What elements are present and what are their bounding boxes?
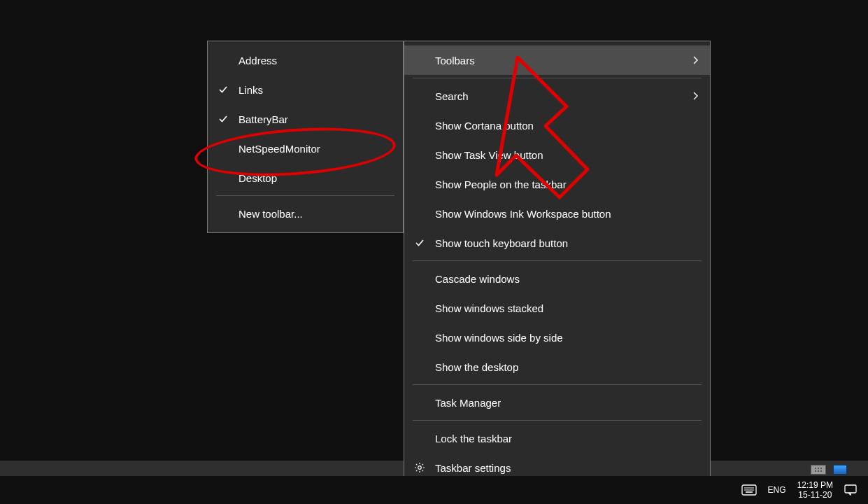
submenu-label: Desktop bbox=[239, 172, 277, 184]
menu-label: Show windows stacked bbox=[435, 302, 543, 314]
menu-item-stacked[interactable]: Show windows stacked bbox=[404, 293, 710, 323]
check-icon bbox=[218, 113, 229, 125]
svg-point-1 bbox=[815, 468, 816, 469]
menu-item-sidebyside[interactable]: Show windows side by side bbox=[404, 323, 710, 352]
submenu-label: BatteryBar bbox=[239, 113, 288, 125]
action-center-icon[interactable] bbox=[839, 476, 862, 504]
menu-item-search[interactable]: Search bbox=[404, 81, 710, 111]
svg-rect-11 bbox=[845, 485, 856, 493]
taskbar-context-menu: Toolbars Search Show Cortana button Show… bbox=[404, 41, 711, 487]
menu-item-task-manager[interactable]: Task Manager bbox=[404, 388, 710, 417]
menu-label: Toolbars bbox=[435, 55, 475, 66]
menu-separator bbox=[413, 260, 702, 261]
toolbar-grip-icon[interactable] bbox=[811, 465, 826, 475]
menu-item-lock-taskbar[interactable]: Lock the taskbar bbox=[404, 424, 710, 453]
menu-label: Cascade windows bbox=[435, 273, 520, 285]
menu-label: Show Task View button bbox=[435, 149, 543, 161]
menu-separator bbox=[413, 420, 702, 421]
menu-label: Lock the taskbar bbox=[435, 433, 512, 444]
submenu-item-address[interactable]: Address bbox=[208, 46, 403, 75]
submenu-item-batterybar[interactable]: BatteryBar bbox=[208, 104, 403, 134]
menu-separator bbox=[413, 384, 702, 385]
menu-separator bbox=[216, 195, 394, 196]
menu-item-toolbars[interactable]: Toolbars bbox=[404, 46, 710, 75]
chevron-right-icon bbox=[690, 55, 700, 65]
chevron-right-icon bbox=[690, 91, 700, 101]
submenu-label: Address bbox=[239, 55, 277, 66]
menu-label: Show People on the taskbar bbox=[435, 178, 567, 190]
menu-item-show-desktop[interactable]: Show the desktop bbox=[404, 352, 710, 382]
submenu-item-netspeedmonitor[interactable]: NetSpeedMonitor bbox=[208, 134, 403, 163]
clock-time: 12:19 PM bbox=[797, 480, 833, 490]
svg-point-3 bbox=[820, 468, 822, 469]
svg-point-6 bbox=[820, 470, 822, 472]
submenu-item-links[interactable]: Links bbox=[208, 75, 403, 104]
clock[interactable]: 12:19 PM 15-11-20 bbox=[792, 476, 839, 504]
svg-point-5 bbox=[818, 470, 819, 472]
menu-label: Show the desktop bbox=[435, 361, 518, 373]
submenu-label: NetSpeedMonitor bbox=[239, 143, 320, 155]
menu-item-cascade[interactable]: Cascade windows bbox=[404, 264, 710, 293]
touch-keyboard-tray-icon[interactable] bbox=[736, 476, 762, 504]
submenu-item-desktop[interactable]: Desktop bbox=[208, 163, 403, 192]
svg-point-2 bbox=[818, 468, 819, 469]
menu-label: Task Manager bbox=[435, 397, 501, 409]
menu-item-touch-keyboard[interactable]: Show touch keyboard button bbox=[404, 228, 710, 258]
check-icon bbox=[218, 84, 229, 95]
menu-separator bbox=[413, 78, 702, 78]
menu-label: Show Cortana button bbox=[435, 120, 534, 132]
menu-label: Show Windows Ink Workspace button bbox=[435, 208, 611, 220]
submenu-item-new-toolbar[interactable]: New toolbar... bbox=[208, 199, 403, 228]
menu-label: Show touch keyboard button bbox=[435, 237, 568, 249]
svg-point-0 bbox=[418, 466, 422, 470]
clock-date: 15-11-20 bbox=[798, 490, 832, 500]
menu-label: Show windows side by side bbox=[435, 332, 563, 344]
menu-item-cortana[interactable]: Show Cortana button bbox=[404, 111, 710, 140]
gear-icon bbox=[414, 462, 425, 473]
menu-label: Search bbox=[435, 90, 469, 102]
language-indicator[interactable]: ENG bbox=[762, 476, 792, 504]
menu-item-people[interactable]: Show People on the taskbar bbox=[404, 169, 710, 199]
menu-item-taskview[interactable]: Show Task View button bbox=[404, 140, 710, 169]
desktop-thumbnail-icon[interactable] bbox=[833, 465, 847, 475]
submenu-label: Links bbox=[239, 84, 263, 96]
svg-point-4 bbox=[815, 470, 816, 472]
taskbar[interactable]: ENG 12:19 PM 15-11-20 bbox=[0, 476, 868, 504]
check-icon bbox=[414, 237, 425, 248]
language-label: ENG bbox=[768, 485, 786, 495]
menu-item-ink[interactable]: Show Windows Ink Workspace button bbox=[404, 199, 710, 228]
toolbars-submenu: Address Links BatteryBar NetSpeedMonitor… bbox=[207, 41, 404, 233]
menu-label: Taskbar settings bbox=[435, 462, 511, 474]
submenu-label: New toolbar... bbox=[239, 208, 303, 220]
